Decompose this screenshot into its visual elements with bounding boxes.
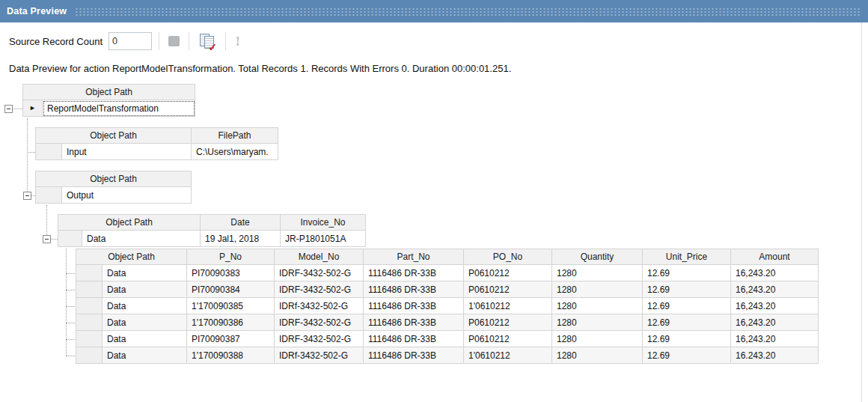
column-header-object-path[interactable]: Object Path xyxy=(23,85,195,100)
table-row: Data 1'170090385 IDRf-3432-502-G 1116486… xyxy=(76,298,819,314)
cell-model-no[interactable]: IDRF-3432-502-G xyxy=(275,314,364,331)
panel-titlebar[interactable]: Data Preview xyxy=(0,0,868,22)
row-selector[interactable] xyxy=(76,298,103,314)
cell-po-no[interactable]: 1'0610212 xyxy=(464,298,552,314)
column-header-model-no[interactable]: Model_No xyxy=(275,249,364,265)
cell-object-path[interactable]: Data xyxy=(103,314,187,331)
clipboard-check-icon: ✓ xyxy=(198,34,216,49)
cell-part-no[interactable]: 1116486 DR-33B xyxy=(364,265,464,281)
cell-quantity[interactable]: 1280 xyxy=(552,281,643,298)
toolbar-separator xyxy=(189,32,189,50)
cell-part-no[interactable]: 1116486 DR-33B xyxy=(364,331,464,347)
cell-filepath[interactable]: C:\Users\maryam. xyxy=(192,144,278,160)
cell-po-no[interactable]: P0610212 xyxy=(464,265,552,281)
cell-part-no[interactable]: 1116486 DR-33B xyxy=(364,314,464,331)
cell-quantity[interactable]: 1280 xyxy=(552,347,643,364)
table-row: Data PI70090384 IDRF-3432-502-G 1116486 … xyxy=(76,281,819,298)
cell-p-no[interactable]: 1'170090385 xyxy=(187,298,275,314)
column-header-part-no[interactable]: Part_No xyxy=(364,249,464,265)
row-selector[interactable] xyxy=(58,231,82,247)
row-selector[interactable] xyxy=(76,331,103,347)
cell-po-no[interactable]: P0610212 xyxy=(464,314,552,331)
cell-object-path[interactable]: Input xyxy=(62,144,192,160)
cell-object-path[interactable]: Data xyxy=(103,331,187,347)
collapse-icon[interactable] xyxy=(43,235,51,243)
column-header-po-no[interactable]: PO_No xyxy=(464,249,552,265)
source-record-count-input[interactable] xyxy=(109,32,152,50)
column-header-p-no[interactable]: P_No xyxy=(187,249,275,265)
cell-object-path[interactable]: Data xyxy=(103,265,187,281)
column-header-unit-price[interactable]: Unit_Price xyxy=(643,249,731,265)
cell-amount[interactable]: 16,243.20 xyxy=(731,265,819,281)
source-record-count-label: Source Record Count xyxy=(9,36,103,47)
cell-part-no[interactable]: 1116486 DR-33B xyxy=(364,347,464,364)
cell-amount[interactable]: 16,243.20 xyxy=(731,314,819,331)
cell-model-no[interactable]: IDRF-3432-502-G xyxy=(275,331,364,347)
column-header-object-path[interactable]: Object Path xyxy=(36,128,192,144)
row-selector[interactable] xyxy=(76,314,103,331)
column-header-date[interactable]: Date xyxy=(201,215,281,231)
cell-po-no[interactable]: P0610212 xyxy=(464,331,552,347)
column-header-object-path[interactable]: Object Path xyxy=(76,249,187,265)
cell-po-no[interactable]: P0610212 xyxy=(464,281,552,298)
cell-quantity[interactable]: 1280 xyxy=(552,331,643,347)
row-selector[interactable] xyxy=(76,347,103,364)
cell-amount[interactable]: 16,243.20 xyxy=(731,331,819,347)
cell-part-no[interactable]: 1116486 DR-33B xyxy=(364,298,464,314)
cell-unit-price[interactable]: 12.69 xyxy=(643,347,731,364)
cell-part-no[interactable]: 1116486 DR-33B xyxy=(364,281,464,298)
cell-p-no[interactable]: 1'170090386 xyxy=(187,314,275,331)
table-row: Input C:\Users\maryam. xyxy=(36,144,278,160)
tree-connector xyxy=(66,356,75,356)
cell-amount[interactable]: 16.243.20 xyxy=(731,347,819,364)
column-header-object-path[interactable]: Object Path xyxy=(58,215,201,231)
cell-quantity[interactable]: 1280 xyxy=(552,265,643,281)
cell-model-no[interactable]: IDRF-3432-502-G xyxy=(275,265,364,281)
cell-amount[interactable]: 16,243.20 xyxy=(731,298,819,314)
tree-connector xyxy=(66,306,75,307)
cell-model-no[interactable]: IDRf-3432-502-G xyxy=(275,298,364,314)
cell-object-path[interactable]: Data xyxy=(103,281,187,298)
cell-unit-price[interactable]: 12.69 xyxy=(643,265,731,281)
current-row-pointer-icon: ► xyxy=(23,100,42,116)
cell-p-no[interactable]: PI70090387 xyxy=(187,331,275,347)
row-selector[interactable] xyxy=(36,144,62,160)
preview-results-button[interactable]: ✓ xyxy=(196,32,218,51)
cell-unit-price[interactable]: 12.69 xyxy=(643,281,731,298)
collapse-icon[interactable] xyxy=(4,105,13,113)
column-header-quantity[interactable]: Quantity xyxy=(552,249,643,265)
cell-object-path[interactable]: Data xyxy=(103,347,187,364)
cell-amount[interactable]: 16,243.20 xyxy=(731,281,819,298)
cell-invoice-no[interactable]: JR-P1801051A xyxy=(281,231,366,247)
cell-quantity[interactable]: 1280 xyxy=(552,298,643,314)
data-preview-panel: Data Preview Source Record Count ✓ ! Dat… xyxy=(0,0,868,402)
cell-object-path[interactable]: Data xyxy=(82,231,201,247)
cell-unit-price[interactable]: 12.69 xyxy=(643,298,731,314)
stop-button[interactable] xyxy=(166,34,182,48)
tree-connector xyxy=(66,339,75,340)
row-selector[interactable] xyxy=(36,187,62,204)
cell-p-no[interactable]: 1'170090388 xyxy=(187,347,275,364)
row-selector[interactable] xyxy=(76,265,103,281)
cell-unit-price[interactable]: 12.69 xyxy=(643,331,731,347)
cell-model-no[interactable]: IDRF-3432-502-G xyxy=(275,281,364,298)
cell-object-path[interactable]: ReportModelTransformation xyxy=(43,100,195,117)
collapse-icon[interactable] xyxy=(23,192,31,200)
cell-quantity[interactable]: 1280 xyxy=(552,314,643,331)
row-selector[interactable]: ► xyxy=(23,100,43,117)
column-header-filepath[interactable]: FilePath xyxy=(192,128,278,144)
cell-p-no[interactable]: PI70090383 xyxy=(187,265,275,281)
cell-po-no[interactable]: 1'0610212 xyxy=(464,347,552,364)
cell-date[interactable]: 19 Jal1, 2018 xyxy=(201,231,281,247)
column-header-amount[interactable]: Amount xyxy=(731,249,819,265)
cell-object-path[interactable]: Output xyxy=(62,187,192,204)
cell-model-no[interactable]: IDRf-3432-502-G xyxy=(275,347,364,364)
row-selector[interactable] xyxy=(76,281,103,298)
input-table: Object Path FilePath Input C:\Users\mary… xyxy=(35,127,278,160)
column-header-invoice-no[interactable]: Invoice_No xyxy=(281,215,366,231)
cell-p-no[interactable]: PI70090384 xyxy=(187,281,275,298)
errors-button[interactable]: ! xyxy=(233,34,242,49)
cell-object-path[interactable]: Data xyxy=(103,298,187,314)
cell-unit-price[interactable]: 12.69 xyxy=(643,314,731,331)
column-header-object-path[interactable]: Object Path xyxy=(36,171,192,187)
